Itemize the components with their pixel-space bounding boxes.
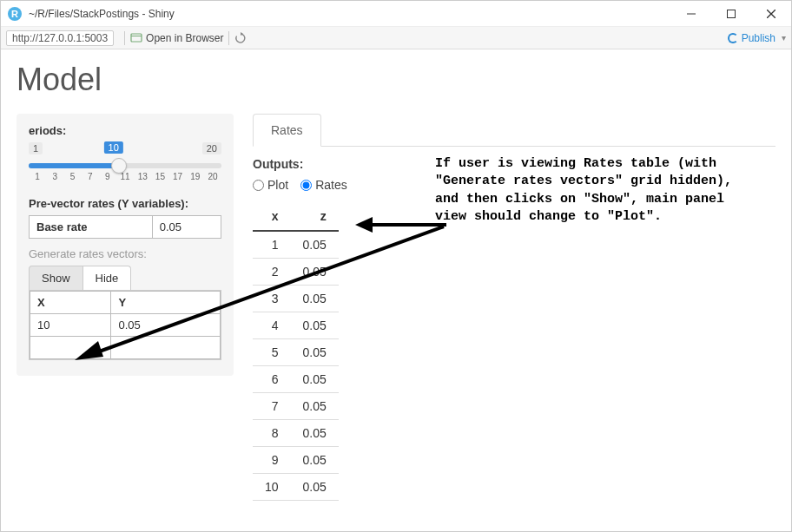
slider-ticks: 1 3 5 7 9 11 13 15 17 19 20 bbox=[29, 172, 221, 181]
base-rate-label: Base rate bbox=[30, 216, 153, 239]
annotation-text: If user is viewing Rates table (with "Ge… bbox=[435, 155, 756, 226]
base-rate-value[interactable]: 0.05 bbox=[152, 216, 221, 239]
table-row[interactable]: 10 0.05 bbox=[30, 314, 221, 337]
table-row[interactable] bbox=[30, 337, 221, 359]
table-row: 50.05 bbox=[253, 339, 339, 366]
window-titlebar: R ~/R/Files/StackPostings - Shiny bbox=[1, 1, 791, 27]
table-row: 30.05 bbox=[253, 286, 339, 312]
slider-max: 20 bbox=[202, 142, 221, 154]
reload-icon bbox=[234, 32, 247, 44]
radio-rates-input[interactable] bbox=[300, 180, 312, 191]
hide-tab[interactable]: Hide bbox=[83, 266, 132, 290]
slider-fill bbox=[29, 163, 119, 168]
table-row: 80.05 bbox=[253, 420, 339, 447]
window-close-button[interactable] bbox=[751, 1, 791, 27]
open-in-browser-label: Open in Browser bbox=[146, 32, 223, 44]
publish-icon bbox=[728, 33, 738, 43]
toolbar-separator bbox=[228, 31, 229, 45]
dropdown-arrow-icon: ▾ bbox=[782, 33, 786, 43]
prevector-table: Base rate 0.05 bbox=[29, 215, 221, 239]
prevector-label: Pre-vector rates (Y variables): bbox=[29, 197, 221, 210]
radio-rates[interactable]: Rates bbox=[300, 178, 347, 192]
table-row: 10.05 bbox=[253, 231, 339, 259]
page-title: Model bbox=[16, 62, 776, 98]
main-tabset: Rates bbox=[253, 114, 776, 147]
table-row: 70.05 bbox=[253, 393, 339, 420]
radio-plot-label: Plot bbox=[267, 178, 288, 192]
browser-icon bbox=[130, 32, 142, 44]
sidebar-panel: eriods: 1 20 10 1 3 5 7 9 11 bbox=[16, 114, 234, 376]
svg-rect-4 bbox=[131, 34, 142, 42]
url-display[interactable]: http://127.0.0.1:5003 bbox=[6, 30, 114, 46]
col-header-z: z bbox=[291, 202, 339, 231]
periods-label: eriods: bbox=[29, 124, 221, 137]
window-title: ~/R/Files/StackPostings - Shiny bbox=[29, 8, 671, 20]
table-row: 100.05 bbox=[253, 474, 339, 501]
window-minimize-button[interactable] bbox=[671, 1, 711, 27]
col-header-x: x bbox=[253, 202, 291, 231]
reload-button[interactable] bbox=[234, 32, 247, 44]
xy-table-container: X Y 10 0.05 bbox=[29, 290, 221, 360]
publish-button[interactable]: Publish ▾ bbox=[728, 32, 786, 44]
xy-header-y: Y bbox=[111, 292, 221, 314]
app-icon: R bbox=[8, 7, 22, 21]
generate-rates-label: Generate rates vectors: bbox=[29, 247, 221, 260]
window-maximize-button[interactable] bbox=[711, 1, 751, 27]
radio-rates-label: Rates bbox=[315, 178, 347, 192]
radio-plot[interactable]: Plot bbox=[253, 178, 288, 192]
table-row: 90.05 bbox=[253, 447, 339, 474]
radio-plot-input[interactable] bbox=[253, 180, 264, 191]
table-row: 60.05 bbox=[253, 366, 339, 393]
open-in-browser-button[interactable]: Open in Browser bbox=[130, 32, 223, 44]
publish-label: Publish bbox=[742, 32, 776, 44]
toolbar-separator bbox=[124, 31, 125, 45]
rates-data-table: x z 10.0520.0530.0540.0550.0560.0570.058… bbox=[253, 202, 339, 501]
slider-thumb[interactable] bbox=[111, 158, 127, 174]
slider-value-bubble: 10 bbox=[104, 141, 123, 154]
tab-rates[interactable]: Rates bbox=[253, 114, 321, 147]
xy-header-x: X bbox=[30, 292, 111, 314]
xy-table: X Y 10 0.05 bbox=[30, 291, 221, 359]
table-row: 20.05 bbox=[253, 259, 339, 286]
table-row: 40.05 bbox=[253, 312, 339, 339]
slider-track[interactable] bbox=[29, 163, 221, 168]
periods-slider[interactable]: 1 20 10 1 3 5 7 9 11 13 15 17 bbox=[29, 142, 221, 181]
show-tab[interactable]: Show bbox=[29, 266, 83, 290]
svg-rect-1 bbox=[728, 10, 736, 18]
slider-min: 1 bbox=[29, 142, 43, 154]
toolbar: http://127.0.0.1:5003 Open in Browser Pu… bbox=[1, 27, 791, 49]
